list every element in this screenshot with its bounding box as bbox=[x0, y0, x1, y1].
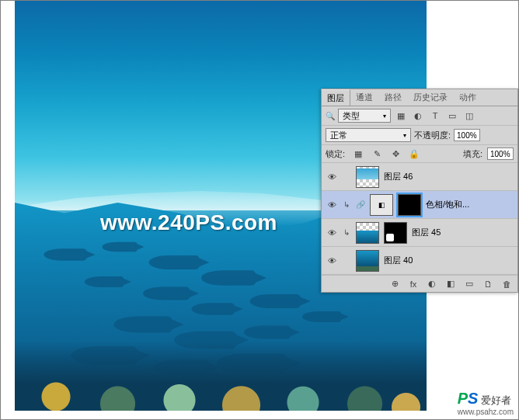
layers-panel: 图层 通道 路径 历史记录 动作 类型 ▾ ▦ ◐ T ▭ ◫ 正常 ▾ 不透明… bbox=[321, 89, 518, 293]
lock-position-icon[interactable]: ✥ bbox=[388, 148, 402, 160]
filter-smart-icon[interactable]: ◫ bbox=[462, 109, 476, 122]
lock-all-icon[interactable]: 🔒 bbox=[407, 148, 421, 160]
corner-watermark: PS爱好者 www.psahz.com bbox=[458, 390, 514, 416]
tab-history[interactable]: 历史记录 bbox=[408, 89, 454, 106]
adjustment-icon[interactable]: ◧ bbox=[444, 278, 457, 290]
layer-name[interactable]: 图层 46 bbox=[384, 171, 514, 182]
logo-p: P bbox=[458, 390, 468, 407]
layer-item[interactable]: 👁 ↳ 图层 45 bbox=[322, 219, 517, 247]
fill-label: 填充: bbox=[463, 148, 482, 160]
layer-mask-thumbnail[interactable] bbox=[398, 194, 421, 216]
layer-thumbnail[interactable] bbox=[356, 222, 379, 244]
panel-footer: ⊕ fx ◐ ◧ ▭ 🗋 🗑 bbox=[322, 275, 517, 292]
lock-paint-icon[interactable]: ✎ bbox=[370, 148, 384, 160]
lock-row: 锁定: ▦ ✎ ✥ 🔒 填充: 100% bbox=[322, 145, 517, 163]
search-icon bbox=[326, 111, 335, 120]
filter-row: 类型 ▾ ▦ ◐ T ▭ ◫ bbox=[322, 106, 517, 126]
opacity-label: 不透明度: bbox=[414, 130, 451, 141]
coral-reef bbox=[15, 341, 427, 411]
filter-label: 类型 bbox=[343, 110, 360, 122]
layer-thumbnail[interactable]: ◧ bbox=[370, 194, 393, 216]
layer-item[interactable]: 👁 图层 40 bbox=[322, 247, 517, 275]
filter-shape-icon[interactable]: ▭ bbox=[445, 109, 459, 122]
tab-paths[interactable]: 路径 bbox=[379, 89, 408, 106]
fill-input[interactable]: 100% bbox=[487, 148, 514, 160]
logo-s: S bbox=[468, 390, 478, 407]
layer-name[interactable]: 图层 40 bbox=[384, 255, 514, 266]
mask-icon[interactable]: ◐ bbox=[426, 278, 438, 290]
blend-mode-value: 正常 bbox=[330, 130, 347, 141]
layer-item[interactable]: 👁 ↳ 🔗 ◧ 色相/饱和... bbox=[322, 191, 517, 219]
chevron-down-icon: ▾ bbox=[403, 132, 406, 139]
lock-label: 锁定: bbox=[326, 148, 345, 160]
layer-mask-thumbnail[interactable] bbox=[384, 222, 407, 244]
filter-pixel-icon[interactable]: ▦ bbox=[394, 109, 408, 122]
layer-item[interactable]: 👁 图层 46 bbox=[322, 163, 517, 191]
layers-list: 👁 图层 46 👁 ↳ 🔗 ◧ 色相/饱和... 👁 ↳ bbox=[322, 163, 517, 275]
center-watermark: www.240PS.com bbox=[100, 210, 277, 235]
visibility-eye-icon[interactable]: 👁 bbox=[325, 198, 339, 212]
layer-name[interactable]: 色相/饱和... bbox=[426, 199, 514, 210]
visibility-eye-icon[interactable]: 👁 bbox=[325, 254, 339, 268]
link-layers-icon[interactable]: ⊕ bbox=[388, 278, 401, 290]
tab-channels[interactable]: 通道 bbox=[350, 89, 379, 106]
trash-icon[interactable]: 🗑 bbox=[500, 278, 513, 290]
opacity-input[interactable]: 100% bbox=[454, 129, 480, 141]
link-icon[interactable]: 🔗 bbox=[356, 200, 365, 209]
blend-mode-select[interactable]: 正常 ▾ bbox=[326, 128, 411, 142]
layer-name[interactable]: 图层 45 bbox=[412, 227, 514, 238]
blend-row: 正常 ▾ 不透明度: 100% bbox=[322, 126, 517, 145]
visibility-eye-icon[interactable]: 👁 bbox=[325, 170, 339, 184]
layer-thumbnail[interactable] bbox=[356, 250, 379, 272]
clip-arrow-icon: ↳ bbox=[343, 200, 351, 209]
clip-arrow-icon: ↳ bbox=[343, 228, 351, 237]
panel-tabs: 图层 通道 路径 历史记录 动作 bbox=[322, 89, 517, 106]
logo-text: 爱好者 bbox=[481, 394, 511, 406]
tab-layers[interactable]: 图层 bbox=[322, 89, 350, 106]
tab-actions[interactable]: 动作 bbox=[454, 89, 482, 106]
group-icon[interactable]: ▭ bbox=[463, 278, 475, 290]
chevron-down-icon: ▾ bbox=[383, 113, 386, 120]
logo-url: www.psahz.com bbox=[458, 408, 514, 416]
new-layer-icon[interactable]: 🗋 bbox=[482, 278, 494, 290]
filter-text-icon[interactable]: T bbox=[428, 109, 442, 122]
fx-icon[interactable]: fx bbox=[407, 278, 420, 290]
filter-adjust-icon[interactable]: ◐ bbox=[411, 109, 425, 122]
lock-transparent-icon[interactable]: ▦ bbox=[351, 148, 365, 160]
layer-thumbnail[interactable] bbox=[356, 166, 379, 188]
filter-type-select[interactable]: 类型 ▾ bbox=[338, 109, 391, 123]
visibility-eye-icon[interactable]: 👁 bbox=[325, 226, 339, 240]
